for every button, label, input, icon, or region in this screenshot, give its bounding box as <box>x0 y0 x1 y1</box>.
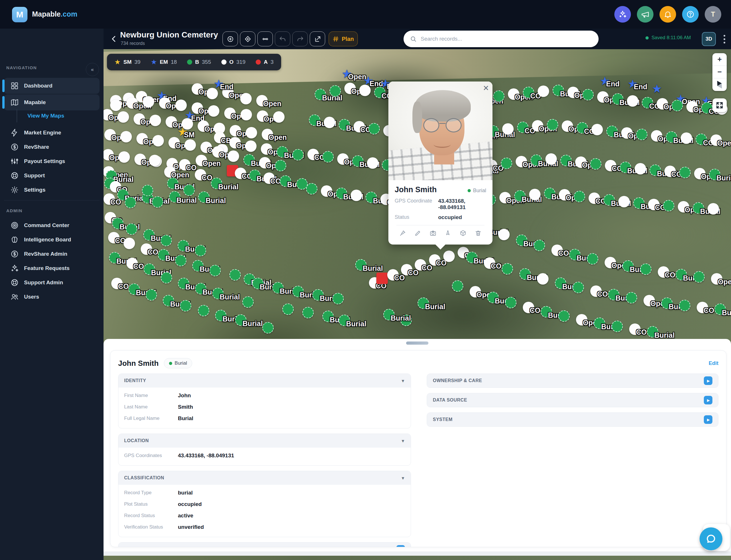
map-marker-b[interactable] <box>693 271 705 283</box>
map-marker-b[interactable]: Burial <box>277 146 288 158</box>
map-marker-o[interactable]: CO <box>484 257 495 269</box>
map-marker-o[interactable]: Open <box>262 129 273 140</box>
map-marker-o[interactable]: Open <box>575 156 587 168</box>
map-marker-b[interactable] <box>534 240 545 251</box>
map-marker-b[interactable]: Burial <box>252 278 264 289</box>
section-header[interactable]: SYSTEM▶ <box>427 413 718 426</box>
legend-item-em[interactable]: ★EM18 <box>151 59 177 65</box>
map-marker-o[interactable] <box>367 157 378 169</box>
map-marker-o[interactable]: CO <box>235 168 246 179</box>
map-marker-b[interactable]: Burial <box>553 85 564 96</box>
map-marker-o[interactable] <box>708 203 719 215</box>
map-marker-b[interactable]: Burial <box>355 259 367 271</box>
map-marker-b[interactable] <box>209 265 221 276</box>
map-marker-b[interactable] <box>547 119 558 130</box>
map-marker-b[interactable]: Burial <box>544 188 555 199</box>
section-header[interactable]: MILITARY / VETERAN▶ <box>118 543 411 547</box>
map-marker-b[interactable]: Burial <box>292 286 304 297</box>
map-marker-o[interactable]: CO <box>697 302 708 313</box>
map-marker-o[interactable] <box>118 151 130 163</box>
sidebar-item-mapable[interactable]: Mapable <box>4 94 100 110</box>
map-marker-o[interactable]: Open <box>686 101 698 112</box>
zoom-out-button[interactable]: − <box>712 66 727 78</box>
map-marker-b[interactable]: Burial <box>312 289 324 301</box>
map-marker-o[interactable] <box>591 124 603 135</box>
map-marker-o[interactable]: CO <box>179 159 190 170</box>
map-marker-o[interactable]: CO <box>664 166 676 177</box>
map-marker-o[interactable]: CO <box>104 193 115 205</box>
fullscreen-button[interactable] <box>712 98 727 112</box>
map-marker-b[interactable] <box>183 184 195 196</box>
map-marker-b[interactable]: Burial <box>167 178 178 189</box>
redo-button[interactable] <box>292 31 308 46</box>
map-marker-o[interactable] <box>149 155 160 166</box>
search-input[interactable] <box>421 36 592 42</box>
map-marker-o[interactable] <box>635 163 646 174</box>
sidebar-item-command-center[interactable]: Command Center <box>4 217 100 233</box>
map-marker-b[interactable]: CO <box>523 87 534 98</box>
map-marker-o[interactable] <box>150 115 161 126</box>
map-marker-o[interactable] <box>273 111 285 123</box>
more-options-button[interactable] <box>720 33 729 46</box>
map-marker-b[interactable]: Burial <box>531 154 542 166</box>
map-marker-em[interactable]: ★ <box>651 83 663 94</box>
sidebar-item-support-admin[interactable]: Support Admin <box>4 275 100 291</box>
map-marker-b[interactable]: Burial <box>555 277 566 289</box>
navigate-action-button[interactable] <box>444 230 451 238</box>
map-marker-o[interactable]: Open <box>597 91 609 103</box>
map-marker-b[interactable] <box>636 129 647 140</box>
map-marker-o[interactable]: Open <box>134 154 146 165</box>
map-marker-b[interactable]: CO <box>577 122 588 134</box>
map-marker-o[interactable]: Open <box>192 83 203 95</box>
map-marker-b[interactable] <box>161 272 172 283</box>
map-marker-o[interactable]: CO <box>401 264 412 275</box>
map-marker-b[interactable] <box>175 255 186 266</box>
map-marker-o[interactable]: Open <box>678 201 689 213</box>
map-marker-b[interactable] <box>302 307 314 318</box>
collapse-caret-icon[interactable]: ▼ <box>401 378 405 383</box>
map-marker-b[interactable]: Burial <box>192 260 204 271</box>
mode-3d-button[interactable]: 3D <box>702 32 716 46</box>
map-marker-o[interactable] <box>538 86 549 97</box>
map-marker-b[interactable] <box>452 280 463 292</box>
map-marker-o[interactable] <box>118 111 129 123</box>
sidebar-item-intelligence-board[interactable]: Intelligence Board <box>4 232 100 248</box>
map-marker-b[interactable] <box>493 90 504 102</box>
map-marker-b[interactable]: Burial <box>594 317 605 329</box>
map-marker-b[interactable] <box>587 253 598 265</box>
map-marker-o[interactable]: Open <box>337 153 349 165</box>
map-marker-b[interactable] <box>322 151 334 162</box>
map-marker-o[interactable] <box>152 135 164 146</box>
map-marker-b[interactable]: Burial <box>603 194 615 206</box>
map-marker-b[interactable]: Burial <box>198 191 210 203</box>
map-marker-em[interactable]: ★Open <box>341 68 353 80</box>
map-marker-o[interactable]: CO <box>141 243 152 255</box>
map-legend[interactable]: ★SM39★EM18B355O319A3 <box>107 54 281 70</box>
legend-item-o[interactable]: O319 <box>221 59 245 65</box>
map-marker-o[interactable]: Open <box>321 185 332 197</box>
map-marker-o[interactable]: Open <box>559 189 570 200</box>
map-marker-b[interactable] <box>679 167 691 178</box>
map-marker-o[interactable]: Open <box>159 97 170 109</box>
sidebar-item-settings[interactable]: Settings <box>4 182 100 198</box>
map-marker-b[interactable] <box>640 263 651 275</box>
map-marker-o[interactable] <box>208 105 219 117</box>
trash-action-button[interactable] <box>475 230 482 238</box>
map-marker-b[interactable] <box>368 123 380 134</box>
map-marker-b[interactable]: Burial <box>709 169 720 180</box>
sidebar-item-market-engine[interactable]: Market Engine <box>4 125 100 141</box>
map-marker-b[interactable]: Burial <box>418 297 429 309</box>
map-marker-b[interactable] <box>242 296 254 308</box>
map-marker-o[interactable]: Open <box>651 130 662 142</box>
map-marker-o[interactable] <box>502 123 514 135</box>
sheet-drag-handle[interactable] <box>406 341 428 345</box>
map-marker-b[interactable]: Burial <box>143 229 155 241</box>
camera-action-button[interactable] <box>430 230 436 238</box>
map-marker-b[interactable]: Burial <box>178 240 189 251</box>
map-marker-o[interactable]: Open <box>576 314 587 325</box>
map-marker-o[interactable] <box>120 131 132 142</box>
map-marker-b[interactable]: Burial <box>383 309 395 320</box>
map-marker-b[interactable]: Burial <box>647 326 658 337</box>
legend-item-sm[interactable]: ★SM39 <box>114 59 140 65</box>
map-marker-o[interactable]: CO <box>126 258 138 269</box>
